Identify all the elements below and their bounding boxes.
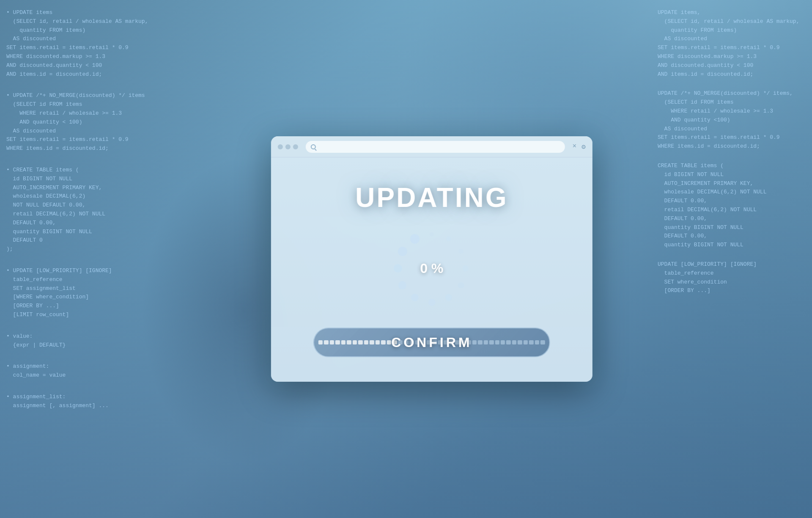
confirm-area: CONFIRM (313, 328, 550, 357)
progress-segment (335, 340, 340, 344)
progress-segment (478, 340, 482, 344)
progress-segment (381, 340, 385, 344)
spinner-dot (458, 249, 464, 254)
spinner-dot (446, 237, 451, 241)
close-icon[interactable]: × (573, 143, 577, 151)
browser-window: × ⚙ UPDATING 0 % CONFIRM (271, 136, 593, 382)
progress-segment (489, 340, 494, 344)
progress-segment (375, 340, 379, 344)
traffic-lights (278, 144, 298, 149)
progress-segment (358, 340, 362, 344)
spinner-container: 0 % (390, 226, 474, 311)
code-block-left-4: • UPDATE [LOW_PRIORITY] [IGNORE] table_r… (6, 267, 176, 320)
traffic-light-1 (278, 144, 283, 149)
progress-segment (483, 340, 488, 344)
code-block-right-1: UPDATE items, (SELECT id, retail / whole… (658, 8, 806, 79)
progress-segment (540, 340, 545, 344)
progress-segment (347, 340, 351, 344)
spinner-dot (398, 281, 406, 289)
progress-segment (535, 340, 539, 344)
spinner-dot (410, 234, 420, 244)
progress-segment (387, 340, 391, 344)
progress-segment (472, 340, 476, 344)
progress-segment (370, 340, 374, 344)
spinner-dot (394, 264, 403, 273)
spinner-dot (445, 294, 452, 301)
code-overlay-left: • UPDATE items (SELECT id, retail / whol… (0, 0, 182, 518)
code-block-left-5: • value: {expr | DEFAULT} (6, 332, 176, 350)
spinner-dot (411, 294, 419, 301)
spinner-dot (398, 247, 407, 256)
confirm-label: CONFIRM (391, 335, 472, 350)
spinner-dot (458, 282, 464, 289)
browser-titlebar: × ⚙ (271, 136, 593, 157)
progress-segment (506, 340, 510, 344)
browser-icons: × ⚙ (573, 143, 586, 151)
progress-segment (364, 340, 368, 344)
search-icon (311, 144, 316, 149)
progress-segment (501, 340, 505, 344)
percent-text: 0 % (420, 261, 443, 276)
traffic-light-2 (285, 144, 291, 149)
progress-segment (495, 340, 499, 344)
progress-segment (518, 340, 522, 344)
code-block-left-3: • CREATE TABLE items ( id BIGINT NOT NUL… (6, 166, 176, 254)
traffic-light-3 (293, 144, 298, 149)
progress-segment (318, 340, 323, 344)
spinner-dot (463, 265, 469, 271)
progress-segment (524, 340, 528, 344)
code-overlay-right: UPDATE items, (SELECT id, retail / whole… (651, 0, 812, 518)
progress-segment (529, 340, 533, 344)
code-block-right-2: UPDATE /*+ NO_MERGE(discounted) */ items… (658, 89, 806, 151)
browser-content: UPDATING 0 % CONFIRM (271, 157, 593, 382)
settings-icon[interactable]: ⚙ (582, 143, 586, 151)
spinner-dot (430, 232, 434, 237)
progress-segment (330, 340, 334, 344)
progress-segment (324, 340, 328, 344)
code-block-left-1: • UPDATE items (SELECT id, retail / whol… (6, 8, 176, 79)
progress-segment (353, 340, 357, 344)
code-block-right-4: UPDATE [LOW_PRIORITY] [IGNORE] table_ref… (658, 260, 806, 295)
code-block-left-7: • assignment_list: assignment [, assignm… (6, 393, 176, 411)
code-block-right-3: CREATE TABLE items ( id BIGINT NOT NULL … (658, 162, 806, 250)
updating-title: UPDATING (355, 182, 508, 213)
progress-segment (512, 340, 516, 344)
confirm-button[interactable]: CONFIRM (313, 328, 550, 357)
address-bar[interactable] (306, 141, 565, 153)
code-block-left-6: • assignment: col_name = value (6, 362, 176, 380)
spinner-dot (428, 299, 435, 306)
progress-segment (341, 340, 346, 344)
code-block-left-2: • UPDATE /*+ NO_MERGE(discounted) */ ite… (6, 91, 176, 153)
